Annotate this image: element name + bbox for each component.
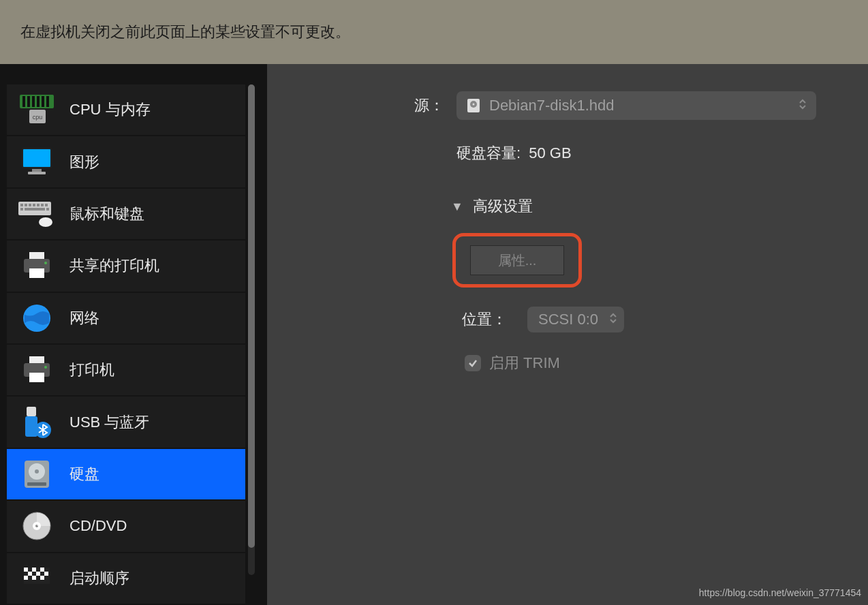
sidebar-list: cpu CPU 与内存 图形 xyxy=(7,84,245,605)
svg-rect-47 xyxy=(32,568,36,572)
sidebar-item-label: CPU 与内存 xyxy=(69,99,151,120)
monitor-icon xyxy=(18,143,56,181)
chevron-updown-icon xyxy=(609,311,617,328)
sidebar-item-label: USB 与蓝牙 xyxy=(69,412,149,433)
location-row: 位置： SCSI 0:0 xyxy=(462,307,848,332)
usb-bluetooth-icon xyxy=(18,403,56,441)
svg-rect-18 xyxy=(37,204,40,206)
main-panel: 源： Debian7-disk1.hdd 硬盘容量: 50 GB ▼ 高级设置 xyxy=(267,64,868,605)
svg-text:cpu: cpu xyxy=(33,114,43,121)
location-select[interactable]: SCSI 0:0 xyxy=(527,307,624,332)
svg-rect-34 xyxy=(27,407,36,416)
advanced-settings-label: 高级设置 xyxy=(473,196,533,217)
svg-point-28 xyxy=(44,262,47,264)
svg-rect-1 xyxy=(22,96,25,107)
svg-rect-3 xyxy=(32,96,35,107)
svg-point-33 xyxy=(44,366,47,369)
capacity-text: 硬盘容量: 50 GB xyxy=(456,143,572,164)
sidebar-item-cpu-memory[interactable]: cpu CPU 与内存 xyxy=(7,84,245,136)
sidebar-item-label: CD/DVD xyxy=(69,517,127,535)
svg-rect-2 xyxy=(27,96,30,107)
svg-rect-11 xyxy=(32,169,42,172)
svg-rect-50 xyxy=(36,572,40,576)
svg-rect-48 xyxy=(40,568,44,572)
sidebar-item-label: 打印机 xyxy=(69,360,114,380)
capacity-row: 硬盘容量: 50 GB xyxy=(315,143,848,164)
svg-rect-6 xyxy=(46,96,49,107)
trim-label: 启用 TRIM xyxy=(489,353,560,373)
svg-rect-53 xyxy=(32,576,36,580)
sidebar-item-label: 网络 xyxy=(69,308,99,328)
trim-row: 启用 TRIM xyxy=(465,353,848,373)
svg-rect-23 xyxy=(46,208,49,211)
svg-rect-54 xyxy=(40,576,44,580)
source-row: 源： Debian7-disk1.hdd xyxy=(315,91,848,120)
svg-rect-12 xyxy=(28,172,46,174)
svg-point-24 xyxy=(39,217,52,227)
scrollbar-thumb[interactable] xyxy=(248,84,255,548)
trim-checkbox[interactable] xyxy=(465,355,481,371)
sidebar-item-usb-bluetooth[interactable]: USB 与蓝牙 xyxy=(7,397,245,448)
svg-rect-16 xyxy=(29,204,31,206)
hard-disk-icon xyxy=(18,455,56,493)
advanced-settings-toggle[interactable]: ▼ 高级设置 xyxy=(451,196,848,217)
sidebar-item-hard-disk[interactable]: 硬盘 xyxy=(7,449,245,501)
svg-rect-25 xyxy=(29,252,44,259)
svg-point-57 xyxy=(473,104,475,106)
sidebar-item-label: 硬盘 xyxy=(69,464,99,484)
sidebar-item-label: 图形 xyxy=(69,152,99,172)
svg-rect-9 xyxy=(22,149,51,168)
svg-rect-51 xyxy=(44,572,48,576)
svg-rect-32 xyxy=(29,373,44,382)
svg-rect-17 xyxy=(33,204,35,206)
svg-rect-20 xyxy=(45,204,48,206)
sidebar-item-label: 鼠标和键盘 xyxy=(69,204,144,224)
hdd-file-icon xyxy=(466,98,481,113)
cpu-memory-icon: cpu xyxy=(18,91,56,129)
flag-icon xyxy=(18,559,56,598)
sidebar-item-printers[interactable]: 打印机 xyxy=(7,345,245,397)
disc-icon xyxy=(18,507,56,545)
sidebar-item-graphics[interactable]: 图形 xyxy=(7,136,245,188)
svg-point-39 xyxy=(35,469,39,474)
sidebar: cpu CPU 与内存 图形 xyxy=(0,64,267,605)
sidebar-item-network[interactable]: 网络 xyxy=(7,293,245,345)
svg-rect-22 xyxy=(25,208,45,211)
sidebar-item-mouse-keyboard[interactable]: 鼠标和键盘 xyxy=(7,189,245,241)
svg-rect-5 xyxy=(42,96,44,107)
svg-rect-27 xyxy=(29,268,44,278)
svg-rect-19 xyxy=(41,204,44,206)
svg-rect-30 xyxy=(29,356,44,363)
sidebar-scrollbar[interactable] xyxy=(248,84,255,575)
source-select[interactable]: Debian7-disk1.hdd xyxy=(456,91,816,120)
sidebar-item-boot-order[interactable]: 启动顺序 xyxy=(7,553,245,605)
svg-rect-46 xyxy=(24,568,28,572)
info-banner: 在虚拟机关闭之前此页面上的某些设置不可更改。 xyxy=(0,0,868,64)
svg-rect-40 xyxy=(27,482,46,486)
svg-rect-49 xyxy=(28,572,32,576)
source-label: 源： xyxy=(315,95,456,116)
location-label: 位置： xyxy=(462,309,507,330)
sidebar-item-label: 启动顺序 xyxy=(69,568,129,589)
svg-rect-15 xyxy=(25,204,27,206)
info-banner-text: 在虚拟机关闭之前此页面上的某些设置不可更改。 xyxy=(20,22,350,42)
svg-rect-4 xyxy=(37,96,40,107)
svg-rect-52 xyxy=(24,576,28,580)
triangle-down-icon: ▼ xyxy=(451,200,463,214)
svg-rect-21 xyxy=(20,208,23,211)
printer-icon xyxy=(18,247,56,285)
source-value: Debian7-disk1.hdd xyxy=(489,97,614,114)
highlight-annotation: 属性... xyxy=(452,233,582,288)
keyboard-mouse-icon xyxy=(18,195,56,233)
sidebar-item-label: 共享的打印机 xyxy=(69,255,159,276)
chevron-updown-icon xyxy=(799,97,807,114)
globe-icon xyxy=(18,299,56,337)
properties-button[interactable]: 属性... xyxy=(470,245,564,275)
watermark-text: https://blog.csdn.net/weixin_37771454 xyxy=(699,587,861,598)
location-value: SCSI 0:0 xyxy=(538,311,598,328)
sidebar-item-cd-dvd[interactable]: CD/DVD xyxy=(7,501,245,553)
svg-rect-14 xyxy=(20,204,23,206)
sidebar-item-shared-printers[interactable]: 共享的打印机 xyxy=(7,241,245,292)
printer-icon xyxy=(18,351,56,389)
